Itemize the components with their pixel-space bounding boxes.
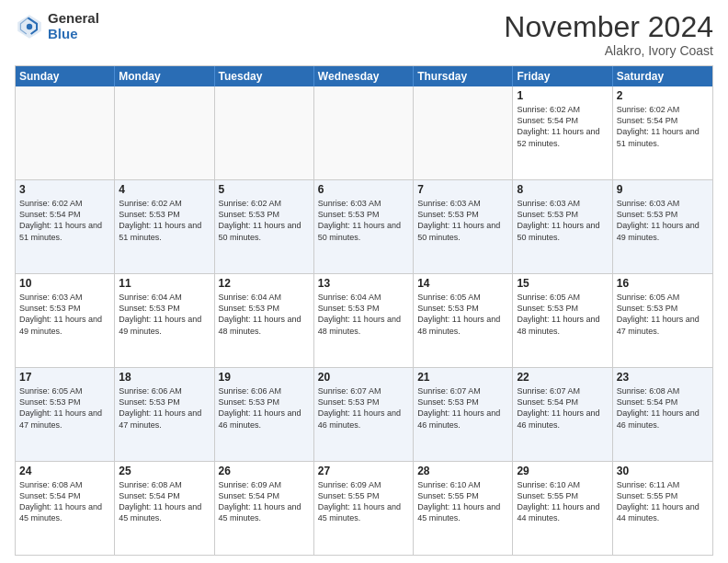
empty-cell: [414, 86, 513, 179]
calendar-week-5: 24Sunrise: 6:08 AMSunset: 5:54 PMDayligh…: [16, 461, 712, 555]
header-day-wednesday: Wednesday: [314, 66, 414, 86]
day-cell-27: 27Sunrise: 6:09 AMSunset: 5:55 PMDayligh…: [314, 462, 414, 555]
day-cell-13: 13Sunrise: 6:04 AMSunset: 5:53 PMDayligh…: [314, 274, 414, 367]
empty-cell: [16, 86, 115, 179]
day-number: 9: [617, 183, 709, 196]
day-cell-7: 7Sunrise: 6:03 AMSunset: 5:53 PMDaylight…: [414, 180, 513, 273]
day-number: 14: [417, 277, 508, 290]
day-number: 2: [617, 89, 709, 102]
cell-info: Sunrise: 6:05 AMSunset: 5:53 PMDaylight:…: [417, 292, 508, 337]
day-number: 27: [318, 465, 409, 477]
day-number: 1: [517, 89, 608, 102]
cell-info: Sunrise: 6:08 AMSunset: 5:54 PMDaylight:…: [617, 385, 709, 431]
day-number: 7: [417, 183, 508, 196]
cell-info: Sunrise: 6:03 AMSunset: 5:53 PMDaylight:…: [517, 198, 608, 243]
day-number: 22: [517, 371, 608, 384]
day-cell-6: 6Sunrise: 6:03 AMSunset: 5:53 PMDaylight…: [314, 180, 414, 273]
cell-info: Sunrise: 6:08 AMSunset: 5:54 PMDaylight:…: [119, 479, 210, 524]
day-number: 26: [219, 465, 310, 477]
header: General Blue November 2024 Alakro, Ivory…: [15, 11, 713, 58]
day-cell-4: 4Sunrise: 6:02 AMSunset: 5:53 PMDaylight…: [115, 180, 214, 273]
day-number: 16: [617, 277, 709, 290]
logo-blue: Blue: [48, 26, 78, 41]
calendar-body: 1Sunrise: 6:02 AMSunset: 5:54 PMDaylight…: [16, 86, 712, 555]
day-number: 18: [119, 371, 210, 384]
day-cell-15: 15Sunrise: 6:05 AMSunset: 5:53 PMDayligh…: [513, 274, 612, 367]
day-cell-20: 20Sunrise: 6:07 AMSunset: 5:53 PMDayligh…: [314, 368, 414, 461]
day-cell-23: 23Sunrise: 6:08 AMSunset: 5:54 PMDayligh…: [613, 368, 712, 461]
cell-info: Sunrise: 6:09 AMSunset: 5:54 PMDaylight:…: [219, 479, 310, 524]
cell-info: Sunrise: 6:02 AMSunset: 5:53 PMDaylight:…: [219, 198, 310, 243]
header-day-friday: Friday: [513, 66, 612, 86]
cell-info: Sunrise: 6:02 AMSunset: 5:54 PMDaylight:…: [617, 104, 709, 149]
cell-info: Sunrise: 6:06 AMSunset: 5:53 PMDaylight:…: [119, 385, 210, 431]
day-cell-3: 3Sunrise: 6:02 AMSunset: 5:54 PMDaylight…: [16, 180, 115, 273]
empty-cell: [314, 86, 414, 179]
cell-info: Sunrise: 6:10 AMSunset: 5:55 PMDaylight:…: [517, 479, 608, 524]
day-cell-14: 14Sunrise: 6:05 AMSunset: 5:53 PMDayligh…: [414, 274, 513, 367]
cell-info: Sunrise: 6:05 AMSunset: 5:53 PMDaylight:…: [517, 292, 608, 337]
day-cell-28: 28Sunrise: 6:10 AMSunset: 5:55 PMDayligh…: [414, 462, 513, 555]
day-number: 12: [219, 277, 310, 290]
day-cell-5: 5Sunrise: 6:02 AMSunset: 5:53 PMDaylight…: [215, 180, 314, 273]
logo: General Blue: [15, 11, 99, 41]
day-number: 28: [417, 465, 508, 477]
day-number: 3: [19, 183, 110, 196]
cell-info: Sunrise: 6:03 AMSunset: 5:53 PMDaylight:…: [617, 198, 709, 243]
day-number: 15: [517, 277, 608, 290]
day-cell-9: 9Sunrise: 6:03 AMSunset: 5:53 PMDaylight…: [613, 180, 712, 273]
day-number: 6: [318, 183, 409, 196]
day-number: 19: [219, 371, 310, 384]
logo-general: General: [48, 10, 99, 26]
day-cell-8: 8Sunrise: 6:03 AMSunset: 5:53 PMDaylight…: [513, 180, 612, 273]
empty-cell: [215, 86, 314, 179]
cell-info: Sunrise: 6:05 AMSunset: 5:53 PMDaylight:…: [19, 385, 110, 431]
day-cell-22: 22Sunrise: 6:07 AMSunset: 5:54 PMDayligh…: [513, 368, 612, 461]
day-number: 11: [119, 277, 210, 290]
day-number: 13: [318, 277, 409, 290]
cell-info: Sunrise: 6:02 AMSunset: 5:54 PMDaylight:…: [517, 104, 608, 149]
empty-cell: [115, 86, 214, 179]
day-cell-19: 19Sunrise: 6:06 AMSunset: 5:53 PMDayligh…: [215, 368, 314, 461]
location: Alakro, Ivory Coast: [504, 43, 713, 58]
month-title: November 2024: [504, 11, 713, 43]
day-cell-2: 2Sunrise: 6:02 AMSunset: 5:54 PMDaylight…: [613, 86, 712, 179]
logo-icon: [15, 12, 44, 41]
day-number: 25: [119, 465, 210, 477]
day-number: 5: [219, 183, 310, 196]
day-cell-12: 12Sunrise: 6:04 AMSunset: 5:53 PMDayligh…: [215, 274, 314, 367]
cell-info: Sunrise: 6:10 AMSunset: 5:55 PMDaylight:…: [417, 479, 508, 524]
cell-info: Sunrise: 6:03 AMSunset: 5:53 PMDaylight:…: [318, 198, 409, 243]
day-cell-29: 29Sunrise: 6:10 AMSunset: 5:55 PMDayligh…: [513, 462, 612, 555]
day-number: 20: [318, 371, 409, 384]
day-cell-25: 25Sunrise: 6:08 AMSunset: 5:54 PMDayligh…: [115, 462, 214, 555]
cell-info: Sunrise: 6:05 AMSunset: 5:53 PMDaylight:…: [617, 292, 709, 337]
calendar: SundayMondayTuesdayWednesdayThursdayFrid…: [15, 65, 713, 556]
cell-info: Sunrise: 6:03 AMSunset: 5:53 PMDaylight:…: [417, 198, 508, 243]
cell-info: Sunrise: 6:07 AMSunset: 5:53 PMDaylight:…: [417, 385, 508, 431]
svg-point-1: [27, 23, 32, 29]
calendar-week-3: 10Sunrise: 6:03 AMSunset: 5:53 PMDayligh…: [16, 273, 712, 367]
header-day-saturday: Saturday: [613, 66, 712, 86]
day-cell-30: 30Sunrise: 6:11 AMSunset: 5:55 PMDayligh…: [613, 462, 712, 555]
cell-info: Sunrise: 6:04 AMSunset: 5:53 PMDaylight:…: [219, 292, 310, 337]
cell-info: Sunrise: 6:09 AMSunset: 5:55 PMDaylight:…: [318, 479, 409, 524]
cell-info: Sunrise: 6:02 AMSunset: 5:54 PMDaylight:…: [19, 198, 110, 243]
logo-text: General Blue: [48, 11, 99, 41]
cell-info: Sunrise: 6:03 AMSunset: 5:53 PMDaylight:…: [19, 292, 110, 337]
day-number: 4: [119, 183, 210, 196]
day-number: 23: [617, 371, 709, 384]
day-cell-11: 11Sunrise: 6:04 AMSunset: 5:53 PMDayligh…: [115, 274, 214, 367]
day-cell-10: 10Sunrise: 6:03 AMSunset: 5:53 PMDayligh…: [16, 274, 115, 367]
day-number: 30: [617, 465, 709, 477]
calendar-week-2: 3Sunrise: 6:02 AMSunset: 5:54 PMDaylight…: [16, 179, 712, 273]
day-number: 17: [19, 371, 110, 384]
header-day-thursday: Thursday: [414, 66, 513, 86]
day-cell-21: 21Sunrise: 6:07 AMSunset: 5:53 PMDayligh…: [414, 368, 513, 461]
header-day-monday: Monday: [115, 66, 214, 86]
day-number: 24: [19, 465, 110, 477]
cell-info: Sunrise: 6:04 AMSunset: 5:53 PMDaylight:…: [119, 292, 210, 337]
cell-info: Sunrise: 6:06 AMSunset: 5:53 PMDaylight:…: [219, 385, 310, 431]
cell-info: Sunrise: 6:07 AMSunset: 5:54 PMDaylight:…: [517, 385, 608, 431]
cell-info: Sunrise: 6:11 AMSunset: 5:55 PMDaylight:…: [617, 479, 709, 524]
